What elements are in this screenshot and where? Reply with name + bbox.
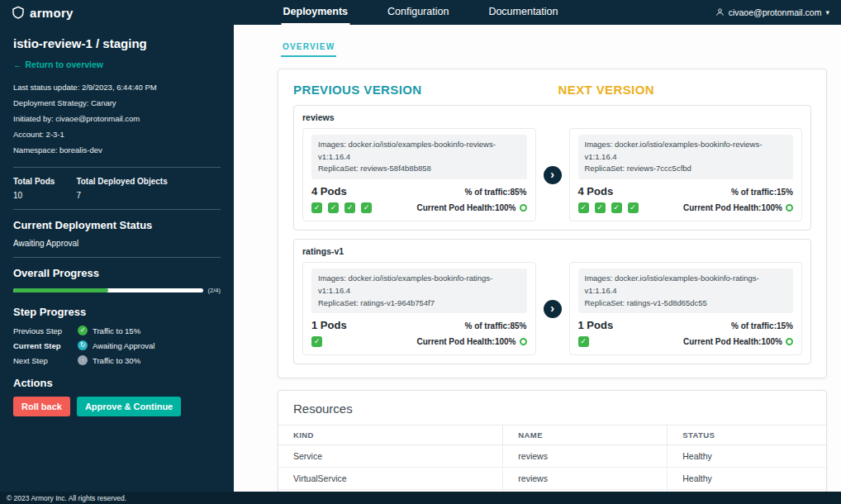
version-group-name: reviews: [302, 112, 802, 122]
deployment-status-value: Awaiting Approval: [13, 239, 221, 248]
approve-continue-button[interactable]: Approve & Continue: [77, 397, 181, 416]
pod-healthy-check-icon: ✓: [611, 202, 622, 213]
images-text: Images: docker.io/istio/examples-bookinf…: [585, 139, 787, 163]
pods-row: 4 Pods % of traffic:15%: [578, 185, 794, 197]
version-group-card: reviews Images: docker.io/istio/examples…: [293, 105, 811, 231]
total-deployed-objects: Total Deployed Objects 7: [76, 177, 167, 200]
total-deployed-objects-value: 7: [76, 191, 167, 200]
resources-title: Resources: [278, 391, 826, 425]
tab-overview[interactable]: OVERVIEW: [281, 42, 336, 57]
return-to-overview-link[interactable]: ← Return to overview: [13, 59, 103, 69]
app-root: armory Deployments Configuration Documen…: [0, 0, 841, 504]
version-group-panels: Images: docker.io/istio/examples-bookinf…: [302, 262, 802, 355]
total-pods: Total Pods 10: [13, 177, 55, 200]
armory-logo[interactable]: armory: [12, 6, 74, 20]
pod-health-ring-icon: [520, 338, 527, 345]
pod-checkboxes: ✓: [578, 336, 589, 347]
pod-health-ring-icon: [520, 204, 527, 212]
divider: [13, 167, 221, 168]
step-label: Current Step: [13, 341, 78, 350]
pod-healthy-check-icon: ✓: [578, 336, 589, 347]
version-group-name: ratings-v1: [302, 246, 802, 256]
overall-progress-fill: [13, 288, 108, 292]
deployment-status-heading: Current Deployment Status: [13, 219, 221, 231]
step-progress-heading: Step Progress: [13, 306, 221, 318]
traffic-percentage: % of traffic:85%: [464, 188, 526, 197]
total-pods-value: 10: [13, 191, 55, 200]
user-email: civaoe@protonmail.com: [729, 7, 822, 17]
pod-healthy-check-icon: ✓: [628, 202, 639, 213]
sidebar: istio-review-1 / staging ← Return to ove…: [0, 25, 234, 492]
pod-health: Current Pod Health:100%: [416, 203, 526, 212]
pods-row: 1 Pods % of traffic:85%: [311, 319, 527, 331]
main-content: OVERVIEW PREVIOUS VERSION NEXT VERSION r…: [234, 25, 841, 492]
roll-back-button[interactable]: Roll back: [13, 397, 70, 416]
replicaset-infobox: Images: docker.io/istio/examples-bookinf…: [311, 269, 527, 313]
resource-cell: Healthy: [668, 468, 826, 490]
step-pending-icon: ∙: [78, 355, 88, 365]
step-row: Next Step∙Traffic to 30%: [13, 355, 221, 365]
meta-line: Namespace: borealis-dev: [13, 142, 221, 158]
pod-health-row: ✓✓✓✓ Current Pod Health:100%: [578, 202, 794, 213]
pod-health-label: Current Pod Health:100%: [683, 203, 782, 212]
pod-healthy-check-icon: ✓: [344, 202, 355, 213]
traffic-percentage: % of traffic:15%: [731, 321, 793, 330]
pod-checkboxes: ✓✓✓✓: [311, 202, 372, 213]
resources-table-body: ServicereviewsHealthyVirtualServicerevie…: [278, 445, 826, 492]
nav-documentation[interactable]: Documentation: [487, 0, 559, 25]
overall-progress-bar: [13, 288, 203, 292]
pod-healthy-check-icon: ✓: [311, 202, 322, 213]
pod-health: Current Pod Health:100%: [683, 337, 793, 346]
resources-card: Resources KINDNAMESTATUS ServicereviewsH…: [278, 390, 827, 492]
previous-version-header: PREVIOUS VERSION: [293, 83, 547, 97]
images-text: Images: docker.io/istio/examples-bookinf…: [318, 139, 520, 163]
resource-column-header: NAME: [503, 426, 668, 445]
promote-arrow-icon: ›: [544, 166, 562, 184]
nav-configuration[interactable]: Configuration: [386, 0, 450, 25]
meta-line: Account: 2-3-1: [13, 126, 221, 142]
pod-checkboxes: ✓✓✓✓: [578, 202, 639, 213]
meta-line: Deployment Strategy: Canary: [13, 95, 221, 111]
topbar: armory Deployments Configuration Documen…: [0, 0, 841, 25]
replicaset-text: ReplicaSet: reviews-58f4b8b858: [318, 163, 520, 175]
pod-health: Current Pod Health:100%: [416, 337, 526, 346]
divider: [13, 209, 221, 210]
resource-cell: Service: [278, 445, 503, 468]
version-group-panels: Images: docker.io/istio/examples-bookinf…: [302, 128, 802, 221]
next-version-panel: Images: docker.io/istio/examples-bookinf…: [569, 262, 803, 355]
back-arrow-icon: ←: [13, 59, 22, 69]
pod-health-ring-icon: [786, 204, 793, 212]
overall-progress-heading: Overall Progress: [13, 267, 221, 279]
pod-health: Current Pod Health:100%: [683, 203, 793, 212]
step-label: Previous Step: [13, 326, 78, 335]
pods-count: 4 Pods: [311, 185, 347, 197]
replicaset-infobox: Images: docker.io/istio/examples-bookinf…: [311, 135, 527, 179]
pod-healthy-check-icon: ✓: [328, 202, 339, 213]
replicaset-text: ReplicaSet: ratings-v1-964b754f7: [318, 297, 520, 310]
resources-table: KINDNAMESTATUS ServicereviewsHealthyVirt…: [278, 425, 826, 492]
replicaset-text: ReplicaSet: reviews-7ccc5cfbd: [585, 163, 787, 175]
traffic-percentage: % of traffic:15%: [731, 188, 793, 197]
pod-health-label: Current Pod Health:100%: [416, 203, 516, 212]
divider: [13, 257, 221, 258]
next-version-panel: Images: docker.io/istio/examples-bookinf…: [569, 128, 803, 221]
step-row: Current Step↻Awaiting Approval: [13, 340, 221, 350]
next-version-header: NEXT VERSION: [547, 83, 812, 97]
resource-cell: VirtualService: [278, 468, 503, 490]
pods-count: 4 Pods: [578, 185, 614, 197]
overall-progress: (2/4): [13, 287, 221, 294]
resource-column-header: STATUS: [668, 426, 826, 445]
top-nav: Deployments Configuration Documentation: [282, 0, 560, 25]
footer: © 2023 Armory Inc. All rights reserved.: [0, 492, 841, 504]
replicaset-infobox: Images: docker.io/istio/examples-bookinf…: [578, 135, 794, 179]
user-menu[interactable]: civaoe@protonmail.com ▾: [715, 7, 829, 18]
resource-cell: reviews: [503, 468, 668, 490]
pods-count: 1 Pods: [578, 319, 614, 331]
nav-deployments[interactable]: Deployments: [282, 0, 350, 25]
actions-row: Roll back Approve & Continue: [13, 397, 221, 416]
pod-health-ring-icon: [786, 338, 793, 345]
pod-health-row: ✓ Current Pod Health:100%: [578, 336, 794, 347]
resource-row: VirtualServicereviewsHealthy: [278, 468, 826, 490]
pod-checkboxes: ✓: [311, 336, 322, 347]
meta-line: Initiated by: civaoe@protonmail.com: [13, 111, 221, 126]
